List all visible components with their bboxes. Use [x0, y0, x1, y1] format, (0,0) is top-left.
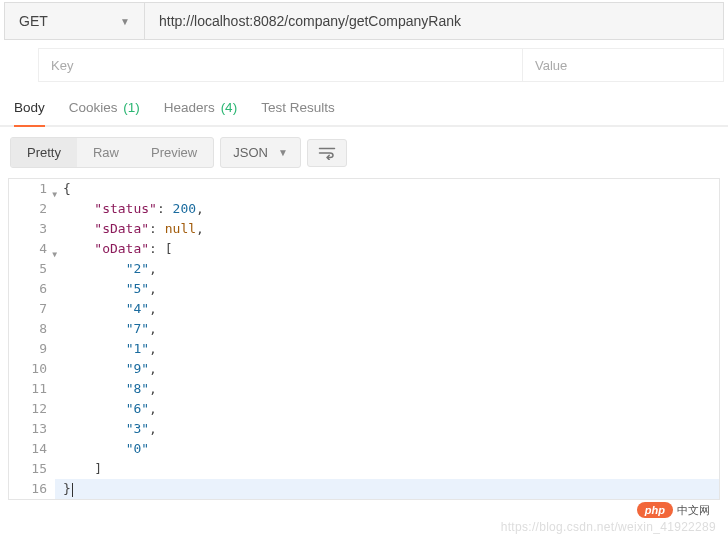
line-content: "4", — [55, 299, 157, 319]
line-number: 3 — [9, 219, 55, 239]
line-content: "2", — [55, 259, 157, 279]
http-method-select[interactable]: GET ▼ — [5, 3, 145, 39]
response-body[interactable]: 1▼{2 "status": 200,3 "sData": null,4▼ "o… — [8, 178, 720, 500]
line-number: 7 — [9, 299, 55, 319]
line-content: "1", — [55, 339, 157, 359]
tab-cookies[interactable]: Cookies (1) — [69, 100, 140, 125]
url-text: http://localhost:8082/company/getCompany… — [159, 13, 461, 29]
line-content: "7", — [55, 319, 157, 339]
format-bar: Pretty Raw Preview JSON ▼ — [0, 127, 728, 178]
tab-headers-count: (4) — [221, 100, 238, 115]
param-key-input[interactable]: Key — [39, 49, 523, 81]
line-content: "3", — [55, 419, 157, 439]
code-line: 14 "0" — [9, 439, 719, 459]
line-content: "8", — [55, 379, 157, 399]
line-number: 2 — [9, 199, 55, 219]
watermark-logo: php 中文网 — [637, 502, 710, 518]
code-line: 9 "1", — [9, 339, 719, 359]
line-number: 15 — [9, 459, 55, 479]
code-line: 1▼{ — [9, 179, 719, 199]
line-content: ] — [55, 459, 102, 479]
param-value-placeholder: Value — [535, 58, 567, 73]
http-method-label: GET — [19, 13, 48, 29]
code-line: 3 "sData": null, — [9, 219, 719, 239]
tab-cookies-count: (1) — [123, 100, 140, 115]
code-line: 8 "7", — [9, 319, 719, 339]
text-cursor — [72, 483, 73, 497]
tab-body-label: Body — [14, 100, 45, 115]
code-line: 16} — [9, 479, 719, 499]
php-badge: php — [637, 502, 673, 518]
code-line: 7 "4", — [9, 299, 719, 319]
format-select[interactable]: JSON ▼ — [220, 137, 301, 168]
tab-headers[interactable]: Headers (4) — [164, 100, 237, 125]
code-line: 10 "9", — [9, 359, 719, 379]
line-content: "status": 200, — [55, 199, 204, 219]
tab-body[interactable]: Body — [14, 100, 45, 125]
code-line: 6 "5", — [9, 279, 719, 299]
code-line: 4▼ "oData": [ — [9, 239, 719, 259]
code-line: 15 ] — [9, 459, 719, 479]
line-number: 12 — [9, 399, 55, 419]
line-number: 4▼ — [9, 239, 55, 259]
line-number: 14 — [9, 439, 55, 459]
line-content: } — [55, 479, 73, 499]
watermark-blog: https://blog.csdn.net/weixin_41922289 — [501, 520, 716, 534]
view-mode-group: Pretty Raw Preview — [10, 137, 214, 168]
chevron-down-icon: ▼ — [120, 16, 130, 27]
format-select-label: JSON — [233, 145, 268, 160]
line-content: "9", — [55, 359, 157, 379]
line-number: 13 — [9, 419, 55, 439]
url-input[interactable]: http://localhost:8082/company/getCompany… — [145, 3, 723, 39]
line-content: "5", — [55, 279, 157, 299]
code-line: 13 "3", — [9, 419, 719, 439]
php-cn-text: 中文网 — [677, 503, 710, 518]
params-row: Key Value — [38, 48, 724, 82]
chevron-down-icon: ▼ — [278, 147, 288, 158]
code-line: 12 "6", — [9, 399, 719, 419]
request-bar: GET ▼ http://localhost:8082/company/getC… — [4, 2, 724, 40]
pretty-button[interactable]: Pretty — [11, 138, 77, 167]
param-key-placeholder: Key — [51, 58, 73, 73]
code-line: 11 "8", — [9, 379, 719, 399]
line-number: 10 — [9, 359, 55, 379]
line-content: "oData": [ — [55, 239, 173, 259]
line-number: 6 — [9, 279, 55, 299]
line-number: 11 — [9, 379, 55, 399]
response-tabs: Body Cookies (1) Headers (4) Test Result… — [0, 82, 728, 127]
param-value-input[interactable]: Value — [523, 49, 723, 81]
tab-cookies-label: Cookies — [69, 100, 118, 115]
line-content: { — [55, 179, 71, 199]
line-content: "6", — [55, 399, 157, 419]
line-number: 8 — [9, 319, 55, 339]
tab-test-results[interactable]: Test Results — [261, 100, 335, 125]
raw-button[interactable]: Raw — [77, 138, 135, 167]
line-number: 16 — [9, 479, 55, 499]
line-content: "sData": null, — [55, 219, 204, 239]
line-number: 5 — [9, 259, 55, 279]
code-line: 5 "2", — [9, 259, 719, 279]
wrap-icon — [318, 146, 336, 160]
line-number: 9 — [9, 339, 55, 359]
code-line: 2 "status": 200, — [9, 199, 719, 219]
wrap-lines-button[interactable] — [307, 139, 347, 167]
line-number: 1▼ — [9, 179, 55, 199]
tab-headers-label: Headers — [164, 100, 215, 115]
preview-button[interactable]: Preview — [135, 138, 213, 167]
line-content: "0" — [55, 439, 149, 459]
tab-test-results-label: Test Results — [261, 100, 335, 115]
